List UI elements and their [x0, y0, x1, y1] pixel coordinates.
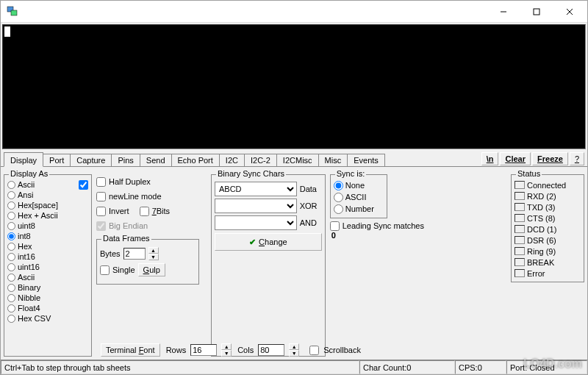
syncis-number[interactable] [334, 204, 343, 214]
single-check[interactable] [100, 265, 110, 275]
terminal-output[interactable] [2, 24, 586, 149]
radio-hexspace[interactable] [7, 201, 15, 210]
tab-i2c2[interactable]: I2C-2 [244, 154, 277, 167]
radio-binary[interactable] [7, 284, 15, 292]
radio-hexascii[interactable] [7, 212, 15, 220]
led-dcd [514, 225, 525, 233]
tab-display[interactable]: Display [4, 152, 43, 167]
scrollback-check[interactable] [309, 346, 319, 355]
radio-nibble[interactable] [7, 294, 15, 302]
radio-uint8[interactable] [7, 222, 15, 230]
bytes-spinner[interactable]: ▲▼ [148, 247, 159, 260]
help-button[interactable]: ? [570, 152, 584, 165]
big-endian-check [96, 221, 106, 231]
syncis-none[interactable] [334, 181, 343, 190]
cursor [4, 26, 10, 37]
tab-echoport[interactable]: Echo Port [171, 154, 220, 167]
led-cts [514, 214, 525, 222]
led-rxd [514, 192, 525, 200]
radio-hex[interactable] [7, 243, 15, 251]
bottom-row: Terminal Font Rows ▲▼ Cols ▲▼ Scrollback [101, 343, 361, 357]
led-txd [514, 203, 525, 211]
minimize-button[interactable] [487, 1, 520, 22]
tab-i2c[interactable]: I2C [219, 154, 245, 167]
status-charcount: Char Count:0 [359, 360, 455, 374]
display-as-legend: Display As [9, 169, 49, 178]
spin-up[interactable]: ▲ [148, 247, 159, 254]
app-icon [7, 6, 18, 18]
invert-check[interactable] [96, 207, 106, 216]
bytes-input[interactable] [123, 248, 146, 260]
check-icon: ✔ [249, 238, 256, 247]
cols-label: Cols [237, 346, 254, 354]
tab-port[interactable]: Port [43, 154, 71, 167]
data-frames-legend: Data Frames [101, 234, 151, 243]
maximize-button[interactable] [520, 1, 553, 22]
change-button[interactable]: ✔Change [215, 233, 322, 251]
leading-sync-check[interactable] [330, 221, 340, 231]
newline-mode-check[interactable] [96, 192, 106, 201]
freeze-button[interactable]: Freeze [532, 152, 568, 165]
sync-is-legend: Sync is: [335, 169, 367, 178]
leading-count: 0 [330, 231, 424, 240]
cols-spinner[interactable]: ▲▼ [289, 343, 299, 357]
tab-events[interactable]: Events [347, 154, 385, 167]
status-port: Port: Closed [506, 360, 587, 374]
led-ring [514, 247, 525, 255]
terminal-font-button[interactable]: Terminal Font [101, 343, 160, 357]
svg-rect-3 [534, 9, 539, 15]
tab-pins[interactable]: Pins [111, 154, 140, 167]
tab-capture[interactable]: Capture [70, 154, 112, 167]
led-break [514, 258, 525, 266]
tab-misc[interactable]: Misc [318, 154, 348, 167]
radio-ascii2[interactable] [7, 274, 15, 282]
tab-i2cmisc[interactable]: I2CMisc [276, 154, 319, 167]
sync-is-group: Sync is: None ASCII Number [330, 174, 387, 218]
rows-spinner[interactable]: ▲▼ [221, 343, 232, 357]
syncis-ascii[interactable] [334, 193, 343, 202]
sync-and-select[interactable] [215, 215, 297, 230]
status-legend: Status [516, 169, 542, 178]
binary-sync-group: Binary Sync Chars ABCDData XOR AND ✔Chan… [211, 174, 326, 357]
mid-column: Half Duplex newLine mode Invert 7Bits Bi… [96, 170, 207, 357]
half-duplex-check[interactable] [96, 177, 106, 187]
status-group: Status Connected RXD (2) TXD (3) CTS (8)… [511, 174, 584, 282]
clear-button[interactable]: Clear [500, 152, 531, 165]
ascii-check[interactable] [79, 180, 88, 190]
radio-float4[interactable] [7, 304, 15, 312]
tabstrip: Display Port Capture Pins Send Echo Port… [1, 151, 587, 167]
radio-uint16[interactable] [7, 263, 15, 271]
7bits-check[interactable] [140, 207, 149, 216]
status-hint: Ctrl+Tab to step through tab sheets [1, 360, 359, 374]
status-cps: CPS:0 [455, 360, 506, 374]
radio-hexcsv[interactable] [7, 315, 15, 323]
led-connected [514, 181, 525, 189]
sync-data-select[interactable]: ABCD [215, 182, 297, 196]
newline-button[interactable]: \n [481, 152, 499, 165]
radio-ansi[interactable] [7, 191, 15, 199]
cols-input[interactable] [258, 344, 284, 356]
bytes-label: Bytes [100, 249, 121, 258]
data-frames-group: Data Frames Bytes ▲▼ Single Gulp [96, 239, 199, 285]
rows-input[interactable] [190, 344, 217, 356]
sync-xor-select[interactable] [215, 199, 297, 213]
radio-ascii[interactable] [7, 181, 15, 189]
app-window: Display Port Capture Pins Send Echo Port… [0, 0, 588, 375]
display-as-group: Display As Ascii Ansi Hex[space] Hex + A… [4, 174, 92, 357]
spin-down[interactable]: ▼ [148, 254, 159, 260]
close-button[interactable] [553, 1, 586, 22]
sync-column: Binary Sync Chars ABCDData XOR AND ✔Chan… [211, 170, 424, 357]
led-dsr [514, 236, 525, 244]
led-error [514, 269, 525, 277]
statusbar: Ctrl+Tab to step through tab sheets Char… [1, 360, 587, 374]
binary-sync-legend: Binary Sync Chars [216, 169, 286, 178]
radio-int16[interactable] [7, 253, 15, 261]
tab-body: Display As Ascii Ansi Hex[space] Hex + A… [1, 166, 587, 360]
titlebar [1, 1, 587, 23]
svg-rect-1 [11, 10, 17, 15]
gulp-button[interactable]: Gulp [138, 263, 165, 276]
rows-label: Rows [166, 346, 187, 354]
tab-send[interactable]: Send [140, 154, 172, 167]
radio-int8[interactable] [7, 232, 15, 240]
leading-sync-row: Leading Sync matches [330, 221, 424, 231]
